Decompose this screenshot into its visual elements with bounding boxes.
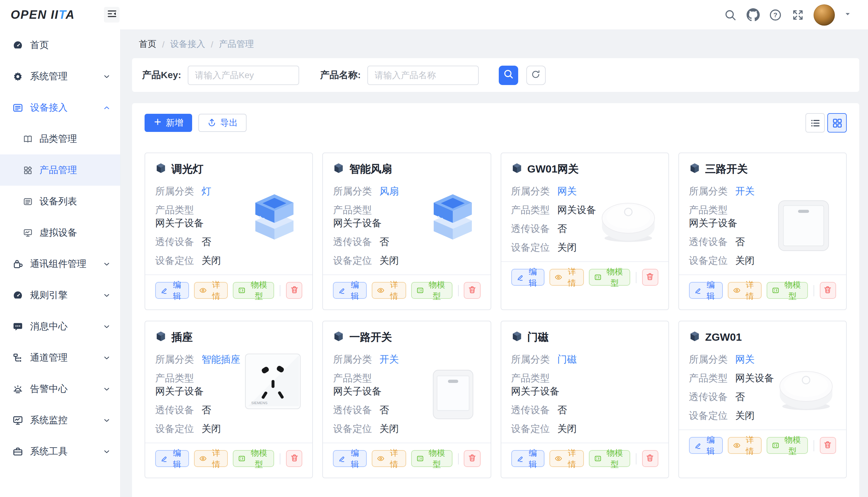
- breadcrumb-home[interactable]: 首页: [139, 39, 156, 50]
- main-content: 首页 / 设备接入 / 产品管理 产品Key: 产品名称: 新增 导出: [121, 29, 868, 497]
- delete-button[interactable]: [820, 437, 836, 454]
- detail-button[interactable]: 详情: [372, 450, 406, 467]
- sidebar-item-2-child-2[interactable]: 设备列表: [0, 186, 120, 217]
- product-type-value: 网关设备: [557, 203, 596, 216]
- edit-button[interactable]: 编辑: [689, 437, 723, 454]
- product-cube-icon: [689, 162, 700, 176]
- product-key-input[interactable]: [188, 65, 299, 85]
- product-image-socket: SIEMENS: [244, 353, 302, 413]
- delete-button[interactable]: [820, 282, 836, 299]
- product-type-label: 产品类型: [155, 371, 194, 384]
- product-title: 调光灯: [171, 162, 203, 177]
- help-icon[interactable]: ?: [769, 8, 782, 22]
- detail-button[interactable]: 详情: [728, 437, 762, 454]
- product-name-label: 产品名称:: [320, 69, 361, 81]
- sidebar-item-6[interactable]: 通道管理: [0, 342, 120, 373]
- sidebar-collapse-button[interactable]: [104, 7, 120, 23]
- model-button[interactable]: 物模型: [411, 450, 452, 467]
- product-type-value: 网关子设备: [155, 216, 259, 229]
- positioning-value: 关闭: [202, 254, 221, 267]
- model-button[interactable]: 物模型: [411, 282, 452, 299]
- product-list-panel: 新增 导出 调光灯 所属分类灯 产品类型网关子设备 透传设备否 设备定位关闭: [132, 103, 859, 497]
- edit-button[interactable]: 编辑: [333, 450, 367, 467]
- edit-button[interactable]: 编辑: [333, 282, 367, 299]
- sidebar-item-1[interactable]: 系统管理: [0, 61, 120, 92]
- sidebar-item-0[interactable]: 首页: [0, 29, 120, 61]
- add-button[interactable]: 新增: [144, 114, 192, 132]
- sidebar-item-9[interactable]: 系统工具: [0, 436, 120, 467]
- sidebar-item-2-child-0[interactable]: 品类管理: [0, 123, 120, 154]
- product-type-value: 网关子设备: [333, 384, 437, 398]
- model-button[interactable]: 物模型: [767, 437, 808, 454]
- edit-button[interactable]: 编辑: [511, 450, 545, 467]
- passthrough-value: 否: [557, 403, 567, 416]
- product-cube-icon: [333, 331, 345, 344]
- product-category-link[interactable]: 智能插座: [202, 353, 240, 366]
- detail-button[interactable]: 详情: [550, 269, 584, 286]
- model-button[interactable]: 物模型: [767, 282, 808, 299]
- sidebar-item-2-child-3[interactable]: 虚拟设备: [0, 217, 120, 248]
- product-category-link[interactable]: 网关: [557, 184, 577, 198]
- delete-button[interactable]: [286, 450, 302, 467]
- product-category-link[interactable]: 灯: [202, 184, 211, 198]
- grid-view-button[interactable]: [827, 113, 847, 132]
- product-image-cube-blue: [246, 192, 304, 244]
- sidebar-item-label: 虚拟设备: [39, 227, 77, 239]
- product-category-link[interactable]: 风扇: [380, 184, 399, 198]
- delete-button[interactable]: [464, 450, 480, 467]
- product-category-link[interactable]: 开关: [735, 184, 755, 198]
- delete-button[interactable]: [464, 282, 480, 299]
- model-button[interactable]: 物模型: [589, 450, 630, 467]
- sidebar-item-3[interactable]: 通讯组件管理: [0, 248, 120, 280]
- user-avatar[interactable]: [814, 4, 835, 25]
- edit-button[interactable]: 编辑: [155, 450, 189, 467]
- detail-button[interactable]: 详情: [550, 450, 584, 467]
- github-icon[interactable]: [746, 8, 760, 22]
- trash-icon: [823, 440, 832, 451]
- breadcrumb: 首页 / 设备接入 / 产品管理: [139, 39, 868, 50]
- sidebar-item-4[interactable]: 规则引擎: [0, 280, 120, 311]
- product-type-value: 网关子设备: [689, 216, 792, 229]
- chevron-down-icon[interactable]: [844, 9, 852, 20]
- plus-icon: [153, 117, 162, 128]
- product-card-0: 调光灯 所属分类灯 产品类型网关子设备 透传设备否 设备定位关闭 编辑 详情 物…: [144, 153, 313, 310]
- trash-icon: [823, 285, 832, 296]
- list-icon: [23, 197, 32, 206]
- list-view-button[interactable]: [805, 113, 825, 132]
- category-label: 所属分类: [511, 353, 550, 366]
- fullscreen-icon[interactable]: [791, 8, 805, 22]
- model-button[interactable]: 物模型: [233, 282, 274, 299]
- detail-button[interactable]: 详情: [728, 282, 762, 299]
- search-button[interactable]: [498, 65, 518, 85]
- product-category-link[interactable]: 网关: [735, 353, 755, 366]
- product-type-label: 产品类型: [689, 203, 728, 216]
- edit-button[interactable]: 编辑: [689, 282, 723, 299]
- detail-button[interactable]: 详情: [372, 282, 406, 299]
- product-category-link[interactable]: 门磁: [557, 353, 577, 366]
- product-category-link[interactable]: 开关: [380, 353, 399, 366]
- sidebar-item-2[interactable]: 设备接入: [0, 92, 120, 123]
- export-button[interactable]: 导出: [198, 114, 247, 132]
- chevron-down-icon: [102, 447, 111, 455]
- sidebar-item-7[interactable]: 告警中心: [0, 373, 120, 404]
- product-name-input[interactable]: [367, 65, 479, 85]
- sidebar-item-2-child-1[interactable]: 产品管理: [0, 154, 120, 186]
- model-button[interactable]: 物模型: [589, 269, 630, 286]
- delete-button[interactable]: [642, 269, 658, 286]
- delete-button[interactable]: [286, 282, 302, 299]
- detail-button[interactable]: 详情: [194, 282, 228, 299]
- refresh-button[interactable]: [526, 65, 546, 85]
- positioning-value: 关闭: [380, 254, 399, 267]
- delete-button[interactable]: [642, 450, 658, 467]
- positioning-label: 设备定位: [155, 422, 194, 435]
- alarm-icon: [13, 384, 23, 394]
- edit-button[interactable]: 编辑: [155, 282, 189, 299]
- edit-button[interactable]: 编辑: [511, 269, 545, 286]
- app-root: OPEN IITA ? 首页系统管理设备接入品类管理产品管理设备列表虚拟设备通讯…: [0, 0, 868, 497]
- detail-button[interactable]: 详情: [194, 450, 228, 467]
- sidebar-item-8[interactable]: 系统监控: [0, 404, 120, 436]
- model-button[interactable]: 物模型: [233, 450, 274, 467]
- sidebar-item-5[interactable]: 消息中心: [0, 311, 120, 342]
- product-title: 三路开关: [705, 162, 748, 177]
- search-icon[interactable]: [724, 8, 737, 22]
